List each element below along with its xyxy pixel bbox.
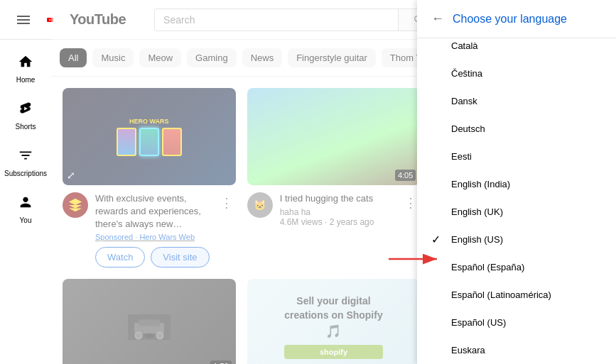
sponsored-meta: With exclusive events, rewards and exper…	[95, 192, 210, 241]
sponsored-channel-avatar	[63, 192, 88, 218]
svg-text:🐱: 🐱	[254, 199, 266, 211]
visit-site-button[interactable]: Visit site	[151, 247, 209, 268]
language-label: Español (US)	[451, 317, 506, 328]
sponsored-video-card[interactable]: HERO WARS ⤢ With exclusive events, rewar…	[63, 88, 236, 268]
sidebar-item-label-subscriptions: Subscriptions	[4, 170, 47, 177]
yt-logo-icon	[47, 13, 67, 27]
sidebar-item-subscriptions[interactable]: Subscriptions	[3, 139, 48, 183]
sidebar-item-label-you: You	[20, 216, 32, 224]
shopify-video-card[interactable]: Sell your digital creations on Shopify 🎵…	[247, 279, 421, 364]
language-label: Euskara	[451, 345, 485, 355]
language-item-15[interactable]: ✓ Español (US)	[417, 309, 616, 336]
sponsored-video-thumb: HERO WARS ⤢	[63, 88, 236, 185]
cat-video-info: 🐱 I tried hugging the cats haha ha 4.6M …	[247, 192, 421, 227]
watch-button[interactable]: Watch	[95, 247, 145, 268]
filter-chip-music[interactable]: Music	[92, 48, 134, 67]
language-item-10[interactable]: ✓ English (India)	[417, 170, 616, 198]
bw-video-duration: 1:52	[210, 360, 231, 364]
yt-logo-text: YouTube	[70, 11, 126, 28]
shorts-icon	[18, 101, 33, 120]
svg-point-11	[156, 332, 163, 339]
filter-chip-gaming[interactable]: Gaming	[187, 48, 237, 67]
youtube-logo[interactable]: YouTube	[47, 11, 126, 28]
language-dropdown-header: ← Choose your language	[417, 0, 616, 38]
sponsored-buttons: Watch Visit site	[95, 247, 236, 268]
expand-icon: ⤢	[67, 170, 75, 181]
language-item-16[interactable]: ✓ Euskara	[417, 336, 616, 364]
language-dropdown: ← Choose your language ✓ Afrikaans ✓ Azə…	[417, 0, 616, 364]
language-item-11[interactable]: ✓ English (UK)	[417, 198, 616, 226]
shopify-video-thumb: Sell your digital creations on Shopify 🎵…	[247, 279, 421, 364]
language-item-8[interactable]: ✓ Deutsch	[417, 115, 616, 143]
sidebar-item-label-home: Home	[16, 76, 36, 84]
filter-chip-meow[interactable]: Meow	[139, 48, 181, 67]
language-item-13[interactable]: ✓ Español (España)	[417, 253, 616, 281]
language-item-9[interactable]: ✓ Eesti	[417, 143, 616, 170]
filter-chip-all[interactable]: All	[60, 48, 87, 67]
language-item-14[interactable]: ✓ Español (Latinoamérica)	[417, 281, 616, 309]
language-label: English (UK)	[451, 206, 503, 217]
language-dropdown-title: Choose your language	[453, 13, 567, 26]
cat-channel-avatar: 🐱	[247, 192, 273, 218]
language-label: Čeština	[451, 68, 482, 79]
svg-rect-9	[139, 319, 160, 326]
sponsored-title: With exclusive events, rewards and exper…	[95, 192, 210, 231]
language-label: Español (Latinoamérica)	[451, 289, 551, 300]
language-label: Deutsch	[451, 123, 485, 134]
svg-point-7	[144, 333, 154, 338]
home-icon	[18, 54, 33, 73]
cat-video-card[interactable]: 4:05 🐱 I tried hugging the cats haha ha …	[247, 88, 421, 268]
sidebar: Home Shorts Subscriptions You	[0, 40, 51, 364]
cat-video-duration: 4:05	[395, 170, 416, 181]
cat-channel-name: haha ha	[280, 207, 395, 217]
language-item-7[interactable]: ✓ Dansk	[417, 87, 616, 115]
language-label: English (India)	[451, 179, 510, 189]
back-button[interactable]: ←	[431, 11, 444, 26]
sponsored-label: Sponsored · Hero Wars Web	[95, 233, 210, 241]
sponsored-more-icon[interactable]: ⋮	[217, 192, 236, 214]
language-label: English (US)	[451, 234, 503, 245]
language-list: ✓ Afrikaans ✓ Azərbaycan ✓ Bahasa Indone…	[417, 38, 616, 364]
header-left: YouTube	[11, 8, 126, 32]
sidebar-item-home[interactable]: Home	[3, 45, 48, 89]
cat-video-thumb: 4:05	[247, 88, 421, 185]
language-item-12[interactable]: ✓ English (US)	[417, 226, 616, 253]
you-icon	[18, 194, 33, 214]
language-label: Català	[451, 40, 478, 51]
filter-chip-news[interactable]: News	[242, 48, 283, 67]
cat-video-meta: I tried hugging the cats haha ha 4.6M vi…	[280, 192, 395, 227]
language-item-6[interactable]: ✓ Čeština	[417, 60, 616, 87]
language-label: Español (España)	[451, 262, 524, 272]
sidebar-item-label-shorts: Shorts	[16, 123, 36, 131]
shopify-expand-icon: ⤢	[252, 360, 416, 364]
subscriptions-icon	[18, 148, 33, 167]
sponsored-info: With exclusive events, rewards and exper…	[63, 192, 236, 241]
cat-video-stats: 4.6M views · 2 years ago	[280, 217, 395, 227]
language-label: Eesti	[451, 151, 472, 162]
language-item-5[interactable]: ✓ Català	[417, 38, 616, 60]
bw-video-thumb: 1:52	[63, 279, 236, 364]
bw-video-card[interactable]: 1:52	[63, 279, 236, 364]
language-label: Dansk	[451, 96, 477, 106]
sidebar-item-you[interactable]: You	[3, 186, 48, 230]
menu-button[interactable]	[11, 8, 36, 32]
filter-chip-fingerstyle[interactable]: Fingerstyle guitar	[288, 48, 376, 67]
check-icon: ✓	[431, 233, 445, 246]
sidebar-item-shorts[interactable]: Shorts	[3, 92, 48, 136]
svg-point-10	[135, 332, 142, 339]
search-bar	[154, 9, 438, 31]
search-input[interactable]	[155, 9, 398, 31]
cat-video-title: I tried hugging the cats	[280, 192, 395, 205]
